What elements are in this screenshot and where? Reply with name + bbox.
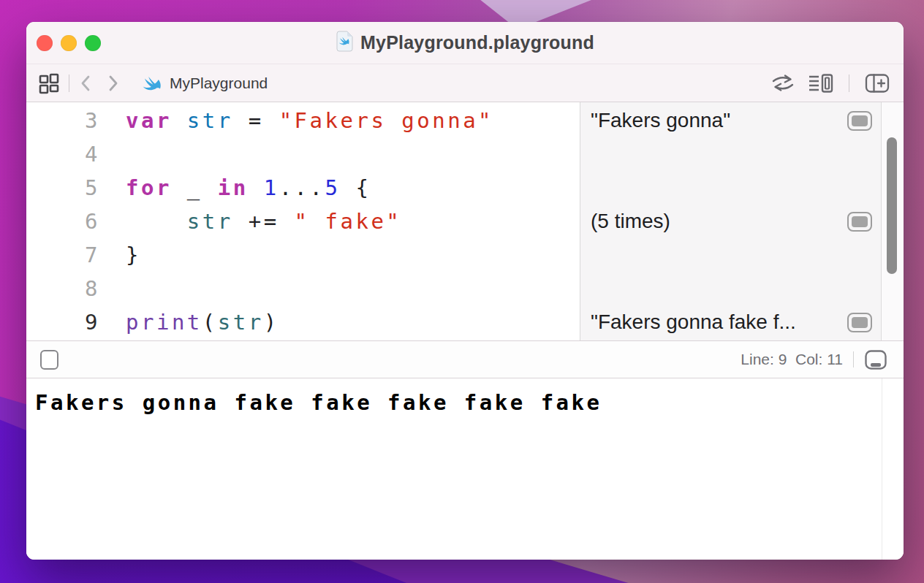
show-result-glyph	[852, 115, 868, 126]
show-result-glyph	[852, 317, 868, 328]
desktop-wallpaper: MyPlayground.playground	[0, 0, 924, 583]
console-output-area[interactable]: Fakers gonna fake fake fake fake fake	[26, 378, 904, 560]
zoom-button[interactable]	[85, 35, 101, 51]
show-result-button[interactable]	[847, 212, 872, 232]
code-line-3[interactable]: 3var str = "Fakers gonna"	[26, 104, 580, 137]
toolbar-separator	[69, 75, 69, 92]
xcode-playground-window: MyPlayground.playground	[26, 22, 904, 560]
jump-bar-project-name[interactable]: MyPlayground	[170, 75, 268, 92]
result-row: "Fakers gonna fake f...	[580, 305, 881, 339]
line-number: 4	[26, 137, 100, 171]
code-line-4[interactable]: 4	[26, 137, 580, 171]
code-text: }	[100, 238, 141, 272]
code-line-6[interactable]: 6 str += " fake"	[26, 205, 580, 238]
line-number: 3	[26, 104, 100, 137]
line-number: 8	[26, 272, 100, 305]
chevron-left-icon[interactable]	[78, 72, 94, 94]
result-text: "Fakers gonna"	[591, 109, 847, 132]
add-editor-icon[interactable]	[864, 73, 890, 94]
code-text: var str = "Fakers gonna"	[100, 104, 493, 137]
status-separator	[853, 351, 854, 367]
close-button[interactable]	[37, 35, 53, 51]
result-row: "Fakers gonna"	[580, 104, 881, 137]
toolbar-right-group	[770, 73, 890, 94]
toggle-debug-area-icon[interactable]	[864, 349, 887, 370]
title-group: MyPlayground.playground	[336, 31, 594, 55]
line-number: 6	[26, 205, 100, 238]
result-text: (5 times)	[591, 210, 847, 233]
show-result-button[interactable]	[847, 111, 872, 131]
status-bar-right: Line: 9 Col: 11	[741, 349, 887, 370]
editor-options-icon[interactable]	[808, 73, 834, 94]
traffic-lights	[37, 22, 101, 64]
toolbar-separator	[849, 75, 849, 92]
editor-content: 3var str = "Fakers gonna"45for _ in 1...…	[26, 102, 904, 340]
playground-results-sidebar: "Fakers gonna"(5 times)"Fakers gonna fak…	[580, 102, 881, 340]
show-result-glyph	[852, 216, 868, 227]
code-editor[interactable]: 3var str = "Fakers gonna"45for _ in 1...…	[26, 102, 580, 340]
status-bar: Line: 9 Col: 11	[26, 340, 904, 378]
swap-arrows-icon[interactable]	[770, 74, 796, 93]
line-number: 9	[26, 305, 100, 339]
code-line-5[interactable]: 5for _ in 1...5 {	[26, 171, 580, 205]
toolbar: MyPlayground	[26, 64, 904, 102]
line-number: 7	[26, 238, 100, 272]
console-output-text: Fakers gonna fake fake fake fake fake	[26, 378, 904, 416]
code-line-7[interactable]: 7}	[26, 238, 580, 272]
result-row: (5 times)	[580, 205, 881, 238]
stop-playground-button[interactable]	[40, 350, 58, 370]
code-line-8[interactable]: 8	[26, 272, 580, 305]
line-col-indicator: Line: 9 Col: 11	[741, 351, 843, 368]
playground-file-icon	[336, 31, 353, 55]
swift-bird-icon	[140, 74, 163, 93]
result-text: "Fakers gonna fake f...	[591, 310, 847, 334]
code-text: print(str)	[100, 305, 279, 339]
code-text: for _ in 1...5 {	[100, 171, 371, 205]
show-result-button[interactable]	[847, 313, 872, 332]
minimize-button[interactable]	[61, 35, 77, 51]
line-number: 5	[26, 171, 100, 205]
code-line-9[interactable]: 9print(str)	[26, 305, 580, 339]
code-text	[100, 272, 126, 305]
editor-scrollbar-thumb[interactable]	[887, 137, 897, 274]
code-text: str += " fake"	[100, 205, 401, 238]
window-titlebar: MyPlayground.playground	[26, 22, 904, 64]
window-title: MyPlayground.playground	[360, 32, 594, 53]
code-text	[100, 137, 126, 171]
scrollbar-track[interactable]	[881, 102, 903, 340]
console-scroll-divider	[882, 378, 882, 560]
grid-icon[interactable]	[38, 72, 60, 94]
chevron-right-icon[interactable]	[105, 72, 121, 94]
